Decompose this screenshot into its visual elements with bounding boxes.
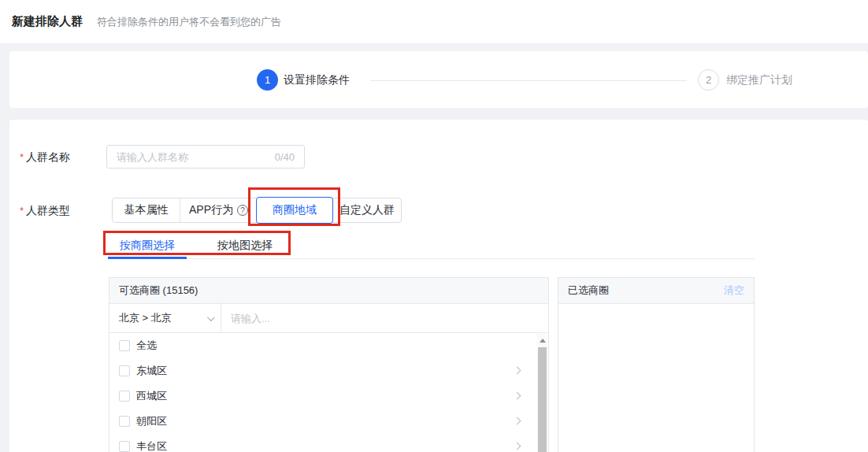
district-list: 全选 东城区 西城区 朝阳区 丰台区 — [109, 333, 548, 452]
tab-custom-audience[interactable]: 自定义人群 — [332, 198, 401, 222]
main-form-card: *人群名称 0/40 *人群类型 基本属性 APP行为 ? 商圈地域 自定义人群… — [9, 120, 868, 452]
required-asterisk: * — [20, 151, 24, 163]
clear-selection-link[interactable]: 清空 — [724, 283, 744, 298]
page-title: 新建排除人群 — [12, 14, 83, 29]
list-item[interactable]: 西城区 — [109, 383, 548, 409]
help-icon[interactable]: ? — [237, 205, 248, 216]
audience-type-tabs: 基本属性 APP行为 ? 商圈地域 自定义人群 — [112, 198, 402, 223]
chevron-down-icon — [207, 313, 215, 321]
checkbox[interactable] — [119, 365, 130, 376]
available-districts-title: 可选商圈 (15156) — [119, 283, 198, 298]
checkbox[interactable] — [119, 441, 130, 452]
list-item[interactable]: 朝阳区 — [109, 409, 548, 434]
checkbox[interactable] — [119, 391, 130, 402]
required-asterisk: * — [20, 205, 24, 217]
page-subtitle: 符合排除条件的用户将不会看到您的广告 — [97, 15, 281, 29]
available-districts-header: 可选商圈 (15156) — [109, 278, 548, 304]
checkbox[interactable] — [119, 416, 130, 427]
region-select-dropdown[interactable]: 北京 > 北京 — [109, 304, 221, 332]
chevron-right-icon[interactable] — [514, 417, 521, 425]
scroll-up-arrow-icon[interactable] — [537, 334, 547, 346]
audience-type-label: *人群类型 — [20, 204, 70, 218]
list-item[interactable]: 东城区 — [109, 358, 548, 383]
audience-name-input-wrap: 0/40 — [106, 145, 305, 169]
step-1-circle: 1 — [257, 69, 278, 91]
district-search-input[interactable] — [221, 304, 548, 332]
subtab-active-underline — [108, 257, 187, 259]
checkbox[interactable] — [119, 340, 130, 351]
audience-name-label: *人群名称 — [20, 150, 70, 165]
step-2-label: 绑定推广计划 — [726, 69, 792, 91]
stepper-card: 1 设置排除条件 2 绑定推广计划 — [9, 51, 868, 108]
selected-districts-panel: 已选商圈 清空 — [558, 277, 755, 452]
selected-districts-title: 已选商圈 — [568, 283, 609, 298]
selected-districts-header: 已选商圈 清空 — [558, 278, 754, 304]
tab-basic-attributes[interactable]: 基本属性 — [113, 198, 180, 222]
scrollbar-thumb[interactable] — [538, 347, 547, 452]
tab-app-behavior[interactable]: APP行为 ? — [180, 198, 257, 222]
list-item-select-all[interactable]: 全选 — [109, 333, 548, 358]
chevron-right-icon[interactable] — [514, 443, 521, 450]
audience-name-input[interactable] — [107, 151, 275, 163]
step-1-label: 设置排除条件 — [284, 69, 350, 91]
chevron-right-icon[interactable] — [514, 367, 521, 375]
list-scrollbar[interactable] — [537, 334, 547, 452]
subtab-by-map[interactable]: 按地图选择 — [206, 235, 284, 257]
tab-business-district[interactable]: 商圈地域 — [256, 197, 333, 224]
subtab-by-business-district[interactable]: 按商圈选择 — [108, 235, 187, 257]
step-2-circle: 2 — [698, 69, 719, 91]
available-districts-panel: 可选商圈 (15156) 北京 > 北京 全选 东城区 西城区 — [109, 277, 549, 452]
chevron-right-icon[interactable] — [514, 392, 521, 400]
char-counter: 0/40 — [275, 151, 304, 163]
stepper-connector-line — [370, 80, 687, 81]
page-header: 新建排除人群 符合排除条件的用户将不会看到您的广告 — [0, 0, 868, 43]
district-filter-row: 北京 > 北京 — [109, 304, 548, 333]
list-item[interactable]: 丰台区 — [109, 434, 548, 452]
subtab-divider-line — [109, 258, 755, 259]
